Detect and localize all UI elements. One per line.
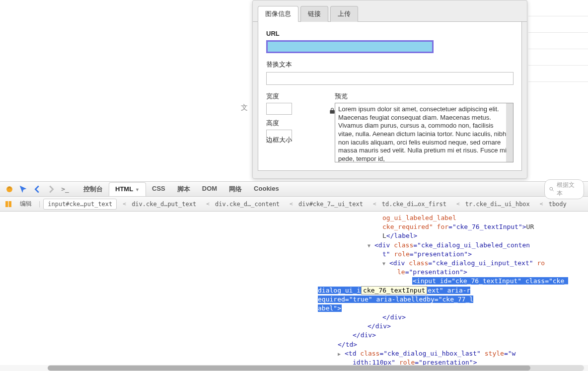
devtab-net[interactable]: 网络 [223,182,248,196]
code-block: og_ui_labeled_label cke_required" for="c… [318,214,582,365]
crumb-1[interactable]: < div.cke_d…put_text [119,199,200,209]
dialog-tabs: 图像信息 链接 上传 [253,4,527,22]
url-input[interactable] [268,42,432,52]
preview-scrollbar[interactable] [506,103,513,162]
devtab-cookies[interactable]: Cookies [248,182,285,196]
devtools-search[interactable]: 根据文本 [544,179,584,199]
devtab-html[interactable]: HTML▼ [109,182,146,196]
nav-back-icon[interactable] [32,184,43,195]
crumb-5[interactable]: < tr.cke_di…_ui_hbox [452,199,534,209]
console-prompt-icon[interactable]: >_ [60,184,71,195]
preview-box: Lorem ipsum dolor sit amet, consectetuer… [335,103,514,162]
horizontal-scrollbar[interactable] [48,365,584,371]
url-label: URL [266,30,514,37]
inspect-icon[interactable] [18,184,29,195]
page-partial-text: 文 [241,103,248,112]
width-input[interactable] [266,103,292,115]
crumb-3[interactable]: < div#cke_7…_ui_text [286,199,367,209]
crumb-4[interactable]: < td.cke_di…ox_first [369,199,450,209]
svg-point-1 [550,187,553,190]
devtab-script[interactable]: 脚本 [171,182,196,196]
width-label: 宽度 [266,92,326,101]
edit-button[interactable]: 编辑 [16,198,36,210]
border-label: 边框大小 [266,136,326,145]
url-input-highlight [266,40,434,53]
page-stripes [528,0,588,98]
svg-rect-2 [5,201,8,207]
image-dialog: 图像信息 链接 上传 URL 替换文本 宽度 高度 [252,0,527,179]
height-label: 高度 [266,119,326,128]
devtab-console[interactable]: 控制台 [77,182,109,196]
chevron-down-icon: ▼ [135,187,140,192]
crumb-2[interactable]: < div.cke_d…_content [202,199,284,209]
tab-image-info[interactable]: 图像信息 [258,6,298,22]
devtools-toolbar: >_ 控制台 HTML▼ CSS 脚本 DOM 网络 Cookies 根据文本 [0,182,588,197]
tab-link[interactable]: 链接 [300,6,328,22]
nav-forward-icon[interactable] [46,184,57,195]
preview-label: 预览 [335,92,514,101]
tooltip: cke_76_textInput [361,286,427,295]
preview-text: Lorem ipsum dolor sit amet, consectetuer… [338,105,507,162]
alt-label: 替换文本 [266,60,514,69]
devtab-css[interactable]: CSS [146,182,171,196]
svg-rect-3 [9,201,11,207]
devtools-breadcrumb-bar: 编辑 | input#cke…put_text < div.cke_d…put_… [0,197,588,212]
search-placeholder: 根据文本 [557,181,580,198]
devtools-panel: >_ 控制台 HTML▼ CSS 脚本 DOM 网络 Cookies 根据文本 … [0,181,588,371]
tab-upload[interactable]: 上传 [330,6,358,22]
alt-input[interactable] [266,72,514,85]
breadcrumb-toggle-icon[interactable] [3,199,14,210]
firebug-icon[interactable] [4,184,15,195]
devtools-dom-tree[interactable]: og_ui_labeled_label cke_required" for="c… [0,212,588,365]
crumb-input[interactable]: input#cke…put_text [43,199,117,210]
crumb-6[interactable]: < tbody [536,199,571,209]
devtab-dom[interactable]: DOM [196,182,223,196]
